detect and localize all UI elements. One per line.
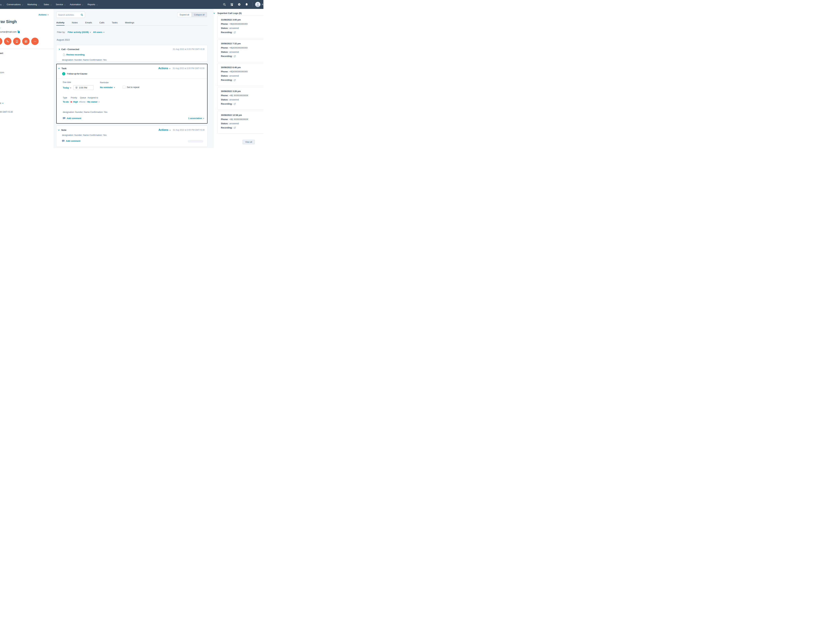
- call-card-title: Call - Connected: [61, 48, 79, 50]
- external-link-icon[interactable]: [234, 103, 236, 105]
- contact-actions-dropdown[interactable]: Actions ▾: [39, 13, 48, 16]
- call-log-card: 30/08/2022 12:58 pm Phone:+91 XXXXXXXXXX…: [217, 111, 263, 134]
- nav-menu-item[interactable]: Conversations ⌄: [7, 3, 23, 6]
- timeline-tab[interactable]: Emails: [85, 19, 92, 26]
- call-activity-card: Call - Connected 31 Aug 2022 at 3:00 PM …: [56, 45, 207, 62]
- task-card-timestamp: 31 Aug 2022 at 3:00 PM GMT+5:30: [173, 67, 204, 69]
- superbot-call-logs-panel: Superbot Call Logs (5) 31/08/2022 3:00 p…: [213, 9, 263, 148]
- external-link-icon[interactable]: [234, 55, 236, 57]
- add-comment-link[interactable]: Add comment: [66, 140, 81, 142]
- recording-label: Recording:: [221, 103, 233, 105]
- contact-email[interactable]: kumar@mail.com: [0, 31, 16, 33]
- alarm-clock-icon: [75, 87, 78, 89]
- marketplace-icon[interactable]: [230, 3, 234, 6]
- note-actions-dropdown[interactable]: Actions ▾: [158, 129, 171, 132]
- task-field-dropdown[interactable]: No owner ▾: [87, 101, 99, 103]
- task-activity-card: Task Actions ▾ 31 Aug 2022 at 3:00 PM GM…: [56, 64, 207, 124]
- timeline-tab[interactable]: Tasks: [112, 19, 118, 26]
- task-actions-dropdown[interactable]: Actions ▾: [158, 67, 170, 70]
- expand-collapse-group: Expand all Collapse all: [177, 12, 207, 17]
- set-to-repeat-checkbox[interactable]: [123, 86, 125, 89]
- call-log-status: answered: [229, 98, 239, 101]
- all-users-dropdown[interactable]: All users ▾: [93, 31, 104, 34]
- chevron-down-icon[interactable]: [213, 12, 215, 14]
- task-field-dropdown[interactable]: None ▾: [80, 101, 87, 103]
- due-date-label: Due date: [63, 81, 71, 84]
- call-card-body: designation: founder; Name Confirmation:…: [62, 59, 107, 61]
- nav-menu-item[interactable]: Sales ⌄: [44, 3, 52, 6]
- status-label: Status:: [221, 74, 228, 77]
- note-activity-card: Note Actions ▾ 31 Aug 2022 at 3:00 PM GM…: [56, 126, 207, 147]
- search-icon[interactable]: [81, 14, 83, 16]
- review-recording-link[interactable]: Review recording: [66, 53, 84, 56]
- call-button[interactable]: [4, 38, 11, 45]
- set-to-repeat-label: Set to repeat: [127, 86, 139, 89]
- phone-label: Phone:: [221, 47, 228, 49]
- notifications-bell-icon[interactable]: [245, 3, 248, 6]
- add-comment-link[interactable]: Add comment: [67, 117, 81, 119]
- recording-label: Recording:: [221, 31, 233, 34]
- timeline-tab[interactable]: Calls: [99, 19, 105, 26]
- task-field-dropdown[interactable]: To-do ▾: [63, 101, 71, 103]
- call-log-card: 30/08/2022 6:46 pm Phone:+91XXXXXXXXXX S…: [217, 63, 263, 86]
- nav-menu-item[interactable]: Automation ⌄: [70, 3, 84, 6]
- association-dropdown[interactable]: 1 association ▾: [188, 117, 204, 119]
- timeline-tab[interactable]: Activity: [56, 19, 65, 26]
- collapse-all-button[interactable]: Collapse all: [192, 12, 207, 17]
- note-button[interactable]: [13, 38, 21, 45]
- phone-label: Phone:: [221, 118, 228, 121]
- call-log-card: 31/08/2022 3:00 pm Phone:+91XXXXXXXXXX S…: [217, 16, 263, 38]
- settings-gear-icon[interactable]: [237, 3, 241, 6]
- due-time-input[interactable]: 3:00 PM: [73, 85, 94, 90]
- call-log-card: 30/08/2022 3:26 pm Phone:+91 XXXXXXXXXX …: [217, 87, 263, 110]
- contact-sidebar: Actions ▾ rav Singh r kumar@mail.com: [0, 9, 54, 148]
- top-navigation-bar: s ⌄ Conversations ⌄ Marketing ⌄ Sales ⌄ …: [0, 0, 263, 9]
- reminder-dropdown[interactable]: No reminder ▾: [100, 86, 115, 89]
- recording-label: Recording:: [221, 55, 233, 57]
- copy-icon[interactable]: [18, 31, 19, 33]
- comment-bubble-icon: [63, 117, 65, 119]
- nav-menu-item[interactable]: Reports ⌄: [87, 3, 98, 6]
- recording-label: Recording:: [221, 79, 233, 81]
- expand-all-button[interactable]: Expand all: [177, 12, 192, 17]
- call-card-timestamp: 31 Aug 2022 at 3:00 PM GMT+5:30: [173, 48, 205, 50]
- search-activities-input[interactable]: [58, 14, 81, 16]
- view-all-button[interactable]: View all: [242, 140, 255, 144]
- search-icon[interactable]: [223, 3, 226, 6]
- nav-item-truncated[interactable]: s ⌄: [0, 3, 4, 6]
- call-log-phone: +91XXXXXXXXXX: [229, 47, 248, 49]
- email-button[interactable]: [0, 38, 2, 45]
- chevron-down-icon[interactable]: [58, 129, 60, 130]
- task-card-body: designation: founder; Name Confirmation:…: [63, 111, 107, 113]
- task-field: Queue None ▾: [80, 97, 87, 103]
- external-link-icon[interactable]: [234, 31, 236, 34]
- nav-menu-item[interactable]: Marketing ⌄: [27, 3, 40, 6]
- comment-bubble-icon: [62, 140, 65, 142]
- task-complete-checkmark[interactable]: ✓: [62, 72, 65, 76]
- nav-menu-item[interactable]: Service ⌄: [56, 3, 66, 6]
- filter-activity-dropdown[interactable]: Filter activity (22/26) ▾: [68, 31, 91, 34]
- chevron-down-icon[interactable]: [58, 67, 60, 69]
- more-actions-button[interactable]: [31, 38, 39, 45]
- status-label: Status:: [221, 122, 228, 125]
- timeline-tabs: Activity Notes Emails Calls Tasks Meetin…: [56, 19, 134, 26]
- timeline-tab[interactable]: Notes: [72, 19, 78, 26]
- sidebar-dropdown-truncated[interactable]: n ▾: [0, 102, 3, 105]
- external-link-icon[interactable]: [234, 127, 236, 129]
- call-logs-header: Superbot Call Logs (5): [217, 12, 242, 14]
- chevron-right-icon[interactable]: [58, 48, 60, 50]
- task-field: Type To-do ▾: [63, 97, 71, 103]
- meeting-button[interactable]: [22, 38, 29, 45]
- task-field-dropdown[interactable]: High ▾: [71, 101, 80, 103]
- timeline-tab[interactable]: Meetings: [125, 19, 134, 26]
- phone-label: Phone:: [221, 70, 228, 73]
- call-log-status: answered: [229, 74, 239, 77]
- call-log-datetime: 31/08/2022 3:00 pm: [221, 18, 263, 21]
- user-avatar[interactable]: [255, 2, 260, 7]
- task-field: Priority High ▾: [71, 97, 80, 103]
- task-title[interactable]: Follow up for Gaurav: [67, 72, 87, 75]
- call-log-datetime: 30/08/2022 3:26 pm: [221, 90, 263, 92]
- filter-by-label: Filter by:: [57, 31, 65, 34]
- due-date-dropdown[interactable]: Today ▾: [63, 87, 71, 89]
- external-link-icon[interactable]: [234, 79, 236, 81]
